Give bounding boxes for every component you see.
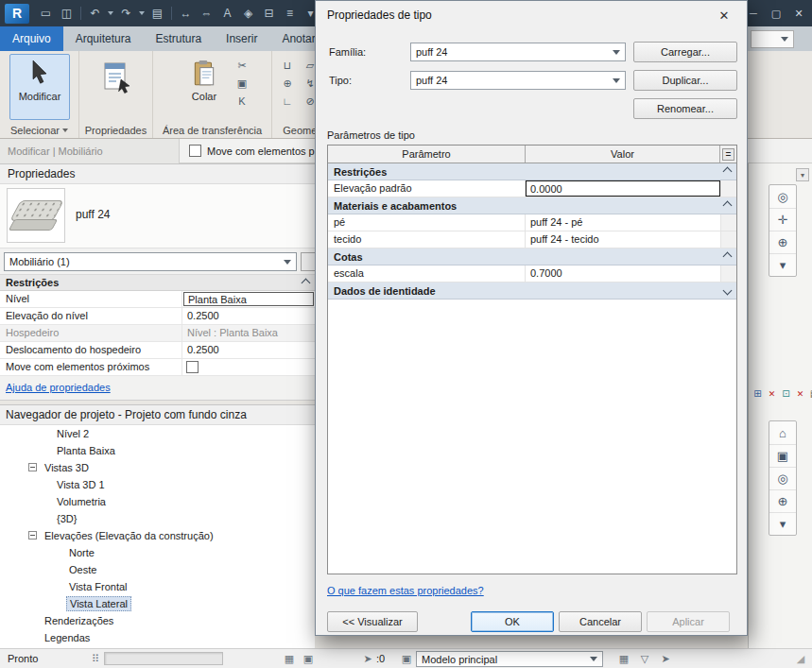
paste-button[interactable]: Colar: [181, 54, 227, 120]
value-column-header[interactable]: Valor: [526, 146, 720, 163]
home-icon[interactable]: ⌂: [769, 421, 796, 444]
redo-dropdown-icon[interactable]: [139, 11, 145, 15]
selection-count-icon[interactable]: ➤: [360, 649, 375, 668]
family-thumbnail[interactable]: [7, 188, 65, 243]
dialog-help-link[interactable]: O que fazem estas propriedades?: [327, 585, 484, 596]
tab-inserir[interactable]: Inserir: [214, 26, 269, 51]
section-restricoes[interactable]: Restrições: [0, 275, 315, 291]
property-value-elevacao-nivel[interactable]: 0.2500: [182, 308, 315, 324]
panel-label-propriedades[interactable]: Propriedades: [79, 125, 152, 136]
visualizar-button[interactable]: << Visualizar: [327, 611, 418, 632]
cut-geometry-icon[interactable]: ⊔: [278, 57, 297, 74]
properties-palette-header[interactable]: Propriedades: [0, 163, 315, 184]
steering-wheel-icon[interactable]: ◎: [769, 185, 796, 208]
tree-item-legendas[interactable]: Legendas: [0, 629, 315, 646]
equalize-cell[interactable]: [721, 265, 736, 282]
property-value-nivel[interactable]: Planta Baixa: [182, 291, 315, 307]
redo-icon[interactable]: ↷: [116, 4, 136, 23]
collapse-section-icon[interactable]: [302, 278, 311, 287]
join-geometry-icon[interactable]: ⊕: [278, 75, 297, 92]
tree-item-vista-3d-1[interactable]: Vista 3D 1: [0, 476, 315, 493]
reference-plane-icon[interactable]: ⊞: [752, 387, 764, 400]
tab-arquivo[interactable]: Arquivo: [0, 26, 63, 51]
navbar-more-icon[interactable]: ▾: [769, 512, 796, 535]
grid-toggle-icon[interactable]: ▦: [808, 387, 812, 400]
save-icon[interactable]: ◫: [57, 4, 77, 23]
editable-only-icon[interactable]: ▦: [616, 649, 631, 668]
copy-icon[interactable]: ▣: [233, 75, 251, 92]
tree-item-vistas-3d[interactable]: Vistas 3D: [0, 459, 315, 476]
app-logo[interactable]: R: [5, 4, 29, 24]
full-navigation-wheel-icon[interactable]: ◎: [769, 467, 796, 489]
maximize-button[interactable]: ▢: [765, 0, 787, 26]
pan-icon[interactable]: ✛: [769, 208, 796, 231]
group-cotas[interactable]: Cotas: [328, 248, 736, 265]
dialog-titlebar[interactable]: Propriedades de tipo ✕: [316, 1, 747, 29]
tree-item-oeste[interactable]: Oeste: [0, 561, 315, 578]
collapse-icon[interactable]: [28, 463, 37, 471]
match-type-icon[interactable]: K: [233, 93, 251, 110]
close-button[interactable]: ✕: [787, 0, 810, 26]
collapse-group-icon[interactable]: [723, 167, 733, 177]
group-dados-identidade[interactable]: Dados de identidade: [328, 283, 736, 300]
undo-dropdown-icon[interactable]: [108, 11, 113, 15]
param-column-header[interactable]: Parâmetro: [328, 146, 526, 163]
worksets-icon[interactable]: ▦: [282, 649, 297, 668]
view-cube-icon[interactable]: ▣: [769, 444, 796, 467]
scrollbar-down-icon[interactable]: ▾: [796, 168, 809, 181]
tab-arquitetura[interactable]: Arquitetura: [63, 26, 144, 51]
familia-combo[interactable]: puff 24: [410, 43, 626, 61]
active-design-option-icon[interactable]: ▣: [399, 649, 414, 668]
cancelar-button[interactable]: Cancelar: [559, 611, 642, 632]
duplicar-button[interactable]: Duplicar...: [633, 70, 737, 91]
tree-item-nivel-2[interactable]: Nível 2: [0, 425, 315, 442]
properties-palette-button[interactable]: [93, 54, 140, 120]
select-toggle-icon[interactable]: ➤: [658, 649, 673, 668]
group-materiais-acabamentos[interactable]: Materiais e acabamentos: [328, 197, 736, 214]
renomear-button[interactable]: Renomear...: [633, 98, 737, 119]
panel-label-area-transferencia[interactable]: Área de transferência: [153, 125, 271, 136]
tree-item-vista-lateral[interactable]: Vista Lateral: [0, 595, 315, 612]
modify-button[interactable]: Modificar: [9, 54, 70, 120]
type-selector-combo[interactable]: Mobiliário (1): [4, 252, 297, 271]
param-value-escala[interactable]: 0.7000: [526, 265, 721, 282]
cut-icon[interactable]: ✂: [233, 57, 251, 74]
panel-label-selecionar[interactable]: Selecionar: [0, 125, 78, 136]
drawing-area[interactable]: ▾ ◎ ✛ ⊕ ▾ ⊞ ✕ ⊡ ✕ ▦ ⌂ ▣ ◎ ⊕ ▾: [748, 163, 812, 648]
tree-item-vista-frontal[interactable]: Vista Frontal: [0, 578, 315, 595]
resize-grip-icon[interactable]: ◢: [793, 649, 808, 668]
tab-estrutura[interactable]: Estrutura: [143, 26, 214, 51]
move-with-nearby-checkbox[interactable]: [189, 145, 201, 157]
corner-icon[interactable]: ∟: [278, 93, 297, 110]
text-icon[interactable]: A: [217, 4, 237, 23]
param-value-tecido[interactable]: puff 24 - tecido: [526, 231, 721, 248]
design-options-icon[interactable]: ▣: [301, 649, 316, 668]
equalize-column-header[interactable]: =: [720, 146, 736, 163]
print-icon[interactable]: ▤: [147, 4, 167, 23]
section-icon[interactable]: ⊟: [259, 4, 279, 23]
param-value-elevacao-padrao[interactable]: 0.0000: [526, 180, 721, 197]
tipo-combo[interactable]: puff 24: [410, 71, 626, 90]
aplicar-button[interactable]: Aplicar: [647, 611, 730, 632]
carregar-button[interactable]: Carregar...: [633, 42, 737, 62]
tree-item-renderizacoes[interactable]: Renderizações: [0, 612, 315, 629]
param-value-pe[interactable]: puff 24 - pé: [526, 214, 721, 231]
properties-help-link[interactable]: Ajuda de propriedades: [6, 382, 111, 393]
tree-item-planta-baixa[interactable]: Planta Baixa: [0, 442, 315, 459]
group-restricoes[interactable]: Restrições: [328, 163, 736, 180]
tree-item-volumetria[interactable]: Volumetria: [0, 493, 315, 510]
filter-icon[interactable]: ▽: [637, 649, 652, 668]
open-icon[interactable]: ▭: [36, 4, 56, 23]
aligned-dimension-icon[interactable]: ⇔: [197, 4, 216, 23]
close-reference-icon[interactable]: ✕: [766, 387, 778, 400]
tree-item-norte[interactable]: Norte: [0, 544, 315, 561]
close-crop-icon[interactable]: ✕: [794, 387, 806, 400]
value-edit-field[interactable]: 0.0000: [526, 180, 720, 197]
crop-region-icon[interactable]: ⊡: [780, 387, 792, 400]
tree-item-3d[interactable]: {3D}: [0, 510, 315, 527]
ribbon-state-dropdown[interactable]: [751, 30, 794, 48]
equalize-cell[interactable]: [721, 231, 736, 248]
project-browser-header[interactable]: Navegador de projeto - Projeto com fundo…: [0, 404, 315, 425]
default-3d-view-icon[interactable]: ◈: [238, 4, 258, 23]
measure-icon[interactable]: ↔: [176, 4, 196, 23]
